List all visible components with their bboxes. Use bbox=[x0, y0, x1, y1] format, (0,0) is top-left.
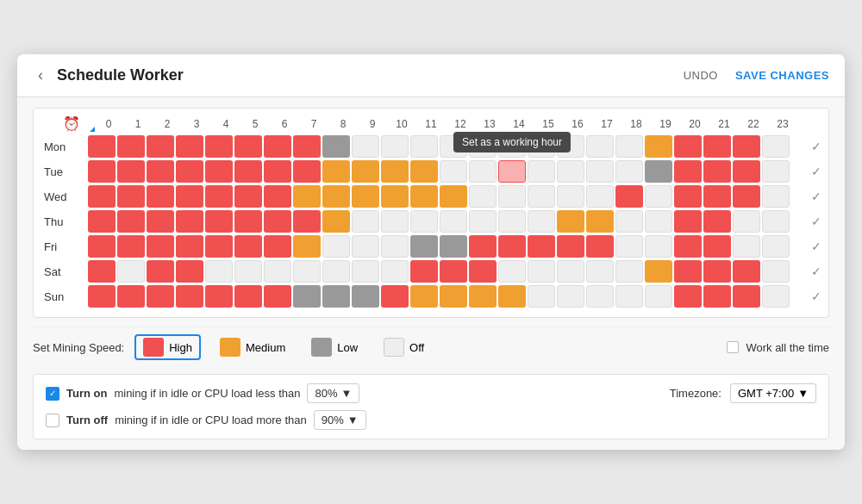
cell-mon-hour-2[interactable] bbox=[147, 135, 174, 158]
cell-fri-hour-8[interactable] bbox=[322, 235, 350, 258]
turn-on-checkbox[interactable]: ✓ bbox=[46, 387, 59, 401]
cell-sun-hour-7[interactable] bbox=[293, 285, 321, 308]
cell-wed-hour-19[interactable] bbox=[645, 185, 672, 208]
cell-thu-hour-10[interactable] bbox=[381, 210, 409, 233]
cell-wed-hour-6[interactable] bbox=[264, 185, 291, 208]
cell-thu-hour-14[interactable] bbox=[498, 210, 526, 233]
cell-tue-hour-20[interactable] bbox=[674, 160, 702, 183]
cell-thu-hour-17[interactable] bbox=[586, 210, 614, 233]
cell-sun-hour-17[interactable] bbox=[586, 285, 614, 308]
cell-wed-hour-20[interactable] bbox=[674, 185, 702, 208]
cell-mon-hour-9[interactable] bbox=[352, 135, 379, 158]
cell-mon-hour-14[interactable] bbox=[498, 135, 526, 158]
cell-wed-hour-17[interactable] bbox=[586, 185, 614, 208]
cell-tue-hour-19[interactable] bbox=[645, 160, 672, 183]
cell-thu-hour-6[interactable] bbox=[264, 210, 291, 233]
cell-fri-hour-4[interactable] bbox=[205, 235, 233, 258]
cell-sun-hour-16[interactable] bbox=[557, 285, 584, 308]
cell-wed-hour-8[interactable] bbox=[322, 185, 350, 208]
cell-sat-hour-3[interactable] bbox=[176, 260, 203, 283]
row-check-sun[interactable]: ✓ bbox=[811, 289, 821, 303]
cell-mon-hour-18[interactable] bbox=[615, 135, 643, 158]
cell-sun-hour-15[interactable] bbox=[528, 285, 555, 308]
legend-medium[interactable]: Medium bbox=[213, 336, 292, 358]
cell-thu-hour-3[interactable] bbox=[176, 210, 203, 233]
row-check-thu[interactable]: ✓ bbox=[811, 215, 821, 228]
cell-sun-hour-10[interactable] bbox=[381, 285, 409, 308]
cell-sun-hour-11[interactable] bbox=[410, 285, 438, 308]
cell-tue-hour-17[interactable] bbox=[586, 160, 614, 183]
cell-wed-hour-23[interactable] bbox=[762, 185, 790, 208]
cell-wed-hour-0[interactable] bbox=[88, 185, 116, 208]
cell-tue-hour-8[interactable] bbox=[322, 160, 350, 183]
legend-low[interactable]: Low bbox=[304, 336, 365, 358]
cell-thu-hour-18[interactable] bbox=[615, 210, 643, 233]
cell-sun-hour-13[interactable] bbox=[469, 285, 497, 308]
cell-fri-hour-11[interactable] bbox=[410, 235, 438, 258]
cell-mon-hour-20[interactable] bbox=[674, 135, 702, 158]
cell-wed-hour-13[interactable] bbox=[469, 185, 497, 208]
timezone-select[interactable]: GMT +7:00 ▼ bbox=[730, 383, 816, 403]
cell-fri-hour-5[interactable] bbox=[234, 235, 262, 258]
legend-off[interactable]: Off bbox=[377, 336, 431, 358]
row-check-fri[interactable]: ✓ bbox=[811, 240, 821, 253]
cell-thu-hour-2[interactable] bbox=[147, 210, 174, 233]
cell-wed-hour-18[interactable] bbox=[615, 185, 643, 208]
cell-mon-hour-22[interactable] bbox=[733, 135, 760, 158]
cell-sat-hour-5[interactable] bbox=[234, 260, 262, 283]
cell-mon-hour-4[interactable] bbox=[205, 135, 233, 158]
work-all-time[interactable]: Work all the time bbox=[727, 341, 829, 354]
cell-sun-hour-12[interactable] bbox=[440, 285, 467, 308]
cell-wed-hour-11[interactable] bbox=[410, 185, 438, 208]
cell-thu-hour-9[interactable] bbox=[352, 210, 379, 233]
cell-sun-hour-1[interactable] bbox=[117, 285, 145, 308]
cell-fri-hour-10[interactable] bbox=[381, 235, 409, 258]
cell-sat-hour-20[interactable] bbox=[674, 260, 702, 283]
work-all-checkbox[interactable] bbox=[727, 341, 739, 353]
cell-sat-hour-14[interactable] bbox=[498, 260, 526, 283]
cell-sun-hour-22[interactable] bbox=[733, 285, 760, 308]
cell-tue-hour-9[interactable] bbox=[352, 160, 379, 183]
cell-mon-hour-6[interactable] bbox=[264, 135, 291, 158]
cell-wed-hour-4[interactable] bbox=[205, 185, 233, 208]
legend-high[interactable]: High bbox=[134, 334, 201, 360]
row-check-sat[interactable]: ✓ bbox=[811, 264, 821, 278]
cell-sat-hour-9[interactable] bbox=[352, 260, 379, 283]
cell-tue-hour-23[interactable] bbox=[762, 160, 790, 183]
cell-sun-hour-9[interactable] bbox=[352, 285, 379, 308]
cell-tue-hour-13[interactable] bbox=[469, 160, 497, 183]
cell-fri-hour-13[interactable] bbox=[469, 235, 497, 258]
cell-thu-hour-22[interactable] bbox=[733, 210, 760, 233]
cell-tue-hour-22[interactable] bbox=[733, 160, 760, 183]
cell-sun-hour-19[interactable] bbox=[645, 285, 672, 308]
cell-tue-hour-10[interactable] bbox=[381, 160, 409, 183]
cell-sat-hour-4[interactable] bbox=[205, 260, 233, 283]
cell-fri-hour-6[interactable] bbox=[264, 235, 291, 258]
cell-mon-hour-5[interactable] bbox=[234, 135, 262, 158]
cell-mon-hour-19[interactable] bbox=[645, 135, 672, 158]
cell-thu-hour-23[interactable] bbox=[762, 210, 790, 233]
cell-mon-hour-17[interactable] bbox=[586, 135, 614, 158]
cell-tue-hour-1[interactable] bbox=[117, 160, 145, 183]
turn-off-checkbox[interactable] bbox=[46, 414, 59, 427]
cell-tue-hour-5[interactable] bbox=[234, 160, 262, 183]
cell-wed-hour-5[interactable] bbox=[234, 185, 262, 208]
cell-fri-hour-19[interactable] bbox=[645, 235, 672, 258]
cell-sat-hour-21[interactable] bbox=[703, 260, 731, 283]
cell-tue-hour-12[interactable] bbox=[440, 160, 467, 183]
cell-wed-hour-15[interactable] bbox=[528, 185, 555, 208]
cell-thu-hour-11[interactable] bbox=[410, 210, 438, 233]
cell-thu-hour-7[interactable] bbox=[293, 210, 321, 233]
undo-button[interactable]: UNDO bbox=[684, 69, 718, 82]
cell-wed-hour-14[interactable] bbox=[498, 185, 526, 208]
cell-tue-hour-7[interactable] bbox=[293, 160, 321, 183]
cell-mon-hour-1[interactable] bbox=[117, 135, 145, 158]
cell-fri-hour-21[interactable] bbox=[703, 235, 731, 258]
cell-mon-hour-13[interactable] bbox=[469, 135, 497, 158]
cell-sun-hour-4[interactable] bbox=[205, 285, 233, 308]
cell-mon-hour-15[interactable] bbox=[528, 135, 555, 158]
cell-tue-hour-16[interactable] bbox=[557, 160, 584, 183]
cell-tue-hour-21[interactable] bbox=[703, 160, 731, 183]
cell-fri-hour-7[interactable] bbox=[293, 235, 321, 258]
cell-fri-hour-18[interactable] bbox=[615, 235, 643, 258]
